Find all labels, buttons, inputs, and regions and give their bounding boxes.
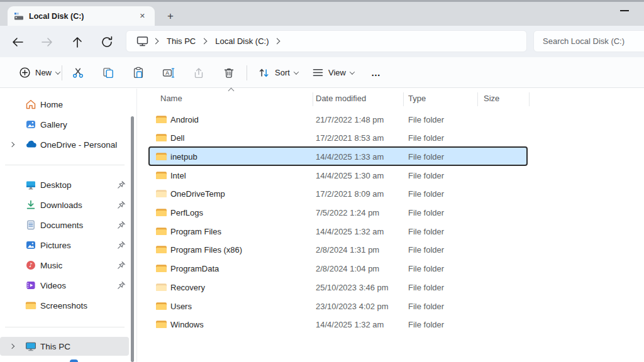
column-separator[interactable] [313,92,313,106]
minimize-icon[interactable] [620,10,629,11]
tab-bar: Local Disk (C:) ✕ + [0,2,644,26]
rename-button[interactable]: A [157,62,180,83]
folder-icon [155,114,167,124]
file-row-intel[interactable]: Intel 14/4/2025 1:30 am File folder [149,166,527,184]
folder-icon [155,263,167,273]
home-icon [25,99,36,110]
sidebar-scrollbar[interactable] [131,116,134,362]
chevron-right-icon[interactable] [274,38,280,45]
refresh-icon[interactable] [100,35,114,49]
file-row-perflogs[interactable]: PerfLogs 7/5/2022 1:24 pm File folder [149,204,527,222]
file-row-windows[interactable]: Windows 14/4/2025 1:32 am File folder [149,315,527,334]
cut-button[interactable] [67,62,89,83]
column-separator[interactable] [403,92,404,106]
file-name: Program Files [170,226,221,236]
ellipsis-icon: … [371,67,381,78]
file-row-dell[interactable]: Dell 17/2/2021 8:53 am File folder [149,129,527,147]
sidebar-item-onedrive[interactable]: OneDrive - Personal [0,135,129,154]
sort-ascending-icon [228,88,235,94]
file-type: File folder [408,264,444,273]
file-date: 25/10/2023 3:46 pm [316,282,389,292]
toolbar-divider [247,65,247,80]
file-date: 7/5/2022 1:24 pm [316,208,379,217]
new-tab-button[interactable]: + [164,9,177,23]
folder-icon [25,300,36,311]
file-row-programdata[interactable]: ProgramData 2/8/2024 1:04 pm File folder [149,260,527,278]
sidebar-item-screenshots[interactable]: Screenshots [0,296,129,315]
documents-icon [25,219,36,231]
sidebar-item-gallery[interactable]: Gallery [0,115,129,134]
paste-button[interactable] [127,62,150,83]
sidebar-label: This PC [40,342,70,351]
sidebar-item-documents[interactable]: Documents [0,216,129,234]
sidebar-item-music[interactable]: ♪ Music [0,256,129,275]
svg-text:A: A [165,70,169,76]
sidebar-item-downloads[interactable]: Downloads [0,195,129,214]
file-date: 23/10/2023 4:02 pm [316,301,389,310]
file-row-inetpub-selected[interactable]: inetpub 14/4/2025 1:33 am File folder [149,147,527,165]
this-pc-icon [25,341,36,352]
file-row-android[interactable]: Android 21/7/2022 1:48 pm File folder [149,110,527,128]
sidebar-item-this-pc[interactable]: This PC [0,337,129,356]
delete-button[interactable] [218,62,240,83]
up-button[interactable] [70,35,84,49]
search-box[interactable] [533,30,644,52]
toolbar-divider [62,65,62,80]
view-button[interactable]: View [307,62,359,83]
sidebar-label: Music [40,261,62,270]
sidebar-item-pictures[interactable]: Pictures [0,236,129,255]
file-date: 17/2/2021 8:09 am [316,189,384,199]
sidebar-label: Gallery [40,120,67,129]
file-row-program-files-x86[interactable]: Program Files (x86) 2/8/2024 1:31 pm Fil… [149,241,527,259]
file-name: Users [170,301,192,310]
command-toolbar: New A [0,57,644,88]
partially-visible-item-icon [70,359,78,362]
forward-button-disabled [40,35,54,49]
share-icon [192,67,205,79]
chevron-right-icon[interactable] [9,142,14,147]
back-button[interactable] [11,35,25,49]
sidebar-item-desktop[interactable]: Desktop [0,175,129,194]
sidebar-item-videos[interactable]: Videos [0,276,129,295]
column-separator[interactable] [477,92,478,106]
tab-local-disk-c[interactable]: Local Disk (C:) ✕ [8,6,155,26]
column-header-date-modified[interactable]: Date modified [316,94,366,103]
file-row-recovery[interactable]: Recovery 25/10/2023 3:46 pm File folder [149,278,527,296]
share-button-disabled [187,62,210,83]
file-name: inetpub [170,151,197,161]
column-separator[interactable] [529,92,530,106]
column-header-name[interactable]: Name [160,94,182,103]
file-name: Recovery [170,282,205,292]
search-input[interactable] [534,31,644,52]
copy-button[interactable] [97,62,119,83]
breadcrumb-this-pc[interactable]: This PC [165,34,197,48]
chevron-right-icon[interactable] [9,344,14,349]
sort-button[interactable]: Sort [253,62,303,83]
column-header-size[interactable]: Size [484,94,499,103]
new-button[interactable]: New [14,62,65,83]
folder-icon [155,319,167,329]
file-row-program-files[interactable]: Program Files 14/4/2025 1:32 am File fol… [149,222,527,240]
file-type: File folder [408,114,444,124]
sidebar-divider [5,165,125,165]
file-type: File folder [408,189,444,199]
view-button-label: View [328,68,346,77]
pane-divider [136,89,137,362]
file-row-users[interactable]: Users 23/10/2023 4:02 pm File folder [149,297,527,315]
file-date: 2/8/2024 1:31 pm [316,245,379,255]
sidebar-item-home[interactable]: Home [0,95,129,114]
more-options-button[interactable]: … [366,62,386,83]
column-header-type[interactable]: Type [408,94,426,103]
file-date: 14/4/2025 1:32 am [316,320,384,329]
tab-close-icon[interactable]: ✕ [136,11,148,21]
file-type: File folder [408,245,444,255]
new-button-label: New [35,68,52,77]
file-type: File folder [408,320,444,329]
file-row-onedrivetemp[interactable]: OneDriveTemp 17/2/2021 8:09 am File fold… [149,185,527,203]
pin-icon [117,241,126,250]
file-type: File folder [408,208,444,217]
breadcrumb[interactable]: This PC Local Disk (C:) [126,30,527,52]
folder-icon [155,244,167,255]
breadcrumb-local-disk-c[interactable]: Local Disk (C:) [214,34,270,48]
drive-icon [14,12,24,21]
